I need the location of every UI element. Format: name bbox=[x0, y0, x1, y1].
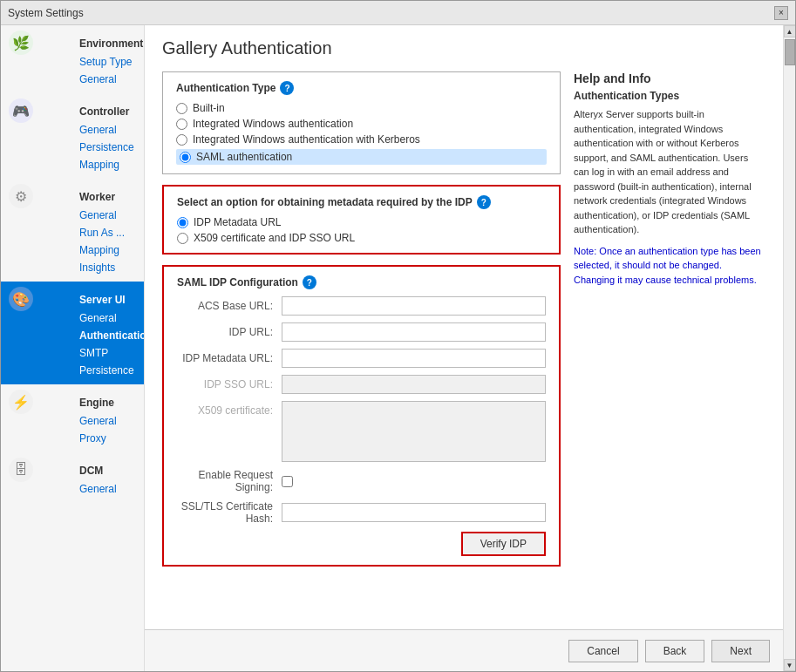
auth-type-radio-group: Built-in Integrated Windows authenticati… bbox=[176, 102, 547, 165]
controller-header: Controller bbox=[36, 98, 144, 121]
idp-sso-url-input bbox=[282, 375, 546, 394]
sidebar-item-serverui-persistence[interactable]: Persistence bbox=[36, 362, 145, 379]
sidebar-item-ctrl-persistence[interactable]: Persistence bbox=[36, 139, 144, 156]
main-form: Authentication Type ? Built-in Integrate… bbox=[162, 71, 561, 577]
sidebar-item-worker-runas[interactable]: Run As ... bbox=[36, 224, 144, 241]
idp-metadata-url-row: IDP Metadata URL: bbox=[177, 349, 546, 368]
dcm-header: DCM bbox=[36, 458, 144, 480]
auth-option-iwa-kerberos[interactable]: Integrated Windows authentication with K… bbox=[176, 133, 547, 146]
sidebar-item-worker-insights[interactable]: Insights bbox=[36, 259, 144, 276]
sidebar-item-worker-mapping[interactable]: Mapping bbox=[36, 241, 144, 259]
main-layout: 🌿 Environment Setup Type General 🎮 Contr… bbox=[1, 25, 795, 671]
enable-request-signing-checkbox[interactable] bbox=[282, 476, 293, 487]
idp-metadata-url-input[interactable] bbox=[282, 349, 546, 368]
idp-url-label: IDP URL: bbox=[177, 326, 282, 338]
worker-icon: ⚙ bbox=[1, 184, 36, 208]
help-note: Note: Once an authentication type has be… bbox=[574, 244, 765, 288]
ssl-cert-hash-input[interactable] bbox=[282, 503, 546, 522]
sidebar-item-serverui-authentication[interactable]: Authentication bbox=[36, 327, 145, 344]
scrollbar: ▲ ▼ bbox=[783, 25, 795, 671]
metadata-option-idp-url[interactable]: IDP Metadata URL bbox=[177, 216, 546, 228]
sidebar-item-engine-general[interactable]: General bbox=[36, 412, 144, 430]
metadata-title: Select an option for obtaining metadata … bbox=[177, 195, 546, 209]
page-title: Gallery Authentication bbox=[162, 38, 765, 58]
sidebar-item-env-general[interactable]: General bbox=[36, 71, 145, 88]
x509-cert-row: X509 certificate: bbox=[177, 401, 546, 462]
sidebar-section-environment: 🌿 Environment Setup Type General bbox=[1, 25, 144, 93]
sidebar-item-ctrl-mapping[interactable]: Mapping bbox=[36, 156, 144, 173]
saml-config-title: SAML IDP Configuration ? bbox=[177, 275, 546, 289]
sidebar-section-worker: ⚙ Worker General Run As ... Mapping Insi… bbox=[1, 179, 144, 282]
x509-cert-input bbox=[282, 401, 546, 462]
sidebar-item-setup-type[interactable]: Setup Type bbox=[36, 53, 145, 71]
idp-url-row: IDP URL: bbox=[177, 322, 546, 342]
enable-request-signing-label: Enable Request Signing: bbox=[177, 469, 282, 493]
metadata-radio-group: IDP Metadata URL X509 certificate and ID… bbox=[177, 216, 546, 244]
metadata-option-x509[interactable]: X509 certificate and IDP SSO URL bbox=[177, 232, 546, 244]
verify-idp-container: Verify IDP bbox=[177, 532, 546, 556]
enable-request-signing-row: Enable Request Signing: bbox=[177, 469, 546, 493]
saml-config-help-icon[interactable]: ? bbox=[303, 275, 316, 289]
metadata-help-icon[interactable]: ? bbox=[477, 195, 491, 209]
content-scroll: Gallery Authentication Authentication Ty… bbox=[145, 25, 783, 629]
auth-option-iwa[interactable]: Integrated Windows authentication bbox=[176, 118, 547, 130]
x509-cert-label: X509 certificate: bbox=[177, 401, 282, 417]
idp-url-input[interactable] bbox=[282, 322, 546, 342]
sidebar-section-controller: 🎮 Controller General Persistence Mapping bbox=[1, 93, 144, 179]
auth-type-help-icon[interactable]: ? bbox=[280, 81, 294, 95]
help-subtitle: Authentication Types bbox=[574, 90, 765, 102]
acs-base-url-input[interactable] bbox=[282, 296, 546, 316]
main-window: System Settings × 🌿 Environment Setup Ty… bbox=[0, 0, 796, 672]
idp-sso-url-row: IDP SSO URL: bbox=[177, 375, 546, 394]
window-title: System Settings bbox=[8, 7, 84, 19]
sidebar-section-engine: ⚡ Engine General Proxy bbox=[1, 384, 144, 452]
sidebar-section-dcm: 🗄 DCM General bbox=[1, 452, 144, 503]
scroll-up-arrow[interactable]: ▲ bbox=[784, 25, 796, 37]
verify-idp-button[interactable]: Verify IDP bbox=[461, 532, 546, 556]
controller-icon: 🎮 bbox=[1, 98, 36, 123]
help-body: Alteryx Server supports built-in authent… bbox=[574, 107, 765, 237]
help-panel: Help and Info Authentication Types Alter… bbox=[574, 71, 765, 577]
auth-option-builtin[interactable]: Built-in bbox=[176, 102, 547, 114]
next-button[interactable]: Next bbox=[711, 640, 770, 662]
saml-config-section: SAML IDP Configuration ? ACS Base URL: I… bbox=[162, 265, 561, 567]
serverui-header: Server UI bbox=[36, 287, 145, 309]
idp-metadata-url-label: IDP Metadata URL: bbox=[177, 352, 282, 364]
sidebar-item-worker-general[interactable]: General bbox=[36, 207, 144, 224]
serverui-icon: 🎨 bbox=[1, 287, 36, 311]
ssl-cert-hash-label: SSL/TLS Certificate Hash: bbox=[177, 500, 282, 525]
title-bar: System Settings × bbox=[1, 1, 795, 25]
sidebar-item-engine-proxy[interactable]: Proxy bbox=[36, 430, 144, 447]
idp-sso-url-label: IDP SSO URL: bbox=[177, 378, 282, 390]
sidebar-item-ctrl-general[interactable]: General bbox=[36, 121, 144, 139]
bottom-bar: Cancel Back Next bbox=[145, 629, 783, 671]
back-button[interactable]: Back bbox=[645, 640, 705, 662]
environment-header: Environment bbox=[36, 31, 145, 53]
close-button[interactable]: × bbox=[774, 6, 788, 20]
content-area: Gallery Authentication Authentication Ty… bbox=[145, 25, 783, 671]
engine-icon: ⚡ bbox=[1, 390, 36, 414]
sidebar-item-dcm-general[interactable]: General bbox=[36, 480, 144, 498]
scroll-thumb[interactable] bbox=[785, 39, 795, 65]
auth-type-section: Authentication Type ? Built-in Integrate… bbox=[162, 71, 561, 174]
top-content: Authentication Type ? Built-in Integrate… bbox=[162, 71, 765, 577]
ssl-cert-hash-row: SSL/TLS Certificate Hash: bbox=[177, 500, 546, 525]
cancel-button[interactable]: Cancel bbox=[568, 640, 637, 662]
sidebar-section-serverui: 🎨 Server UI General Authentication SMTP … bbox=[1, 282, 144, 384]
sidebar-item-serverui-general[interactable]: General bbox=[36, 309, 145, 327]
scroll-down-arrow[interactable]: ▼ bbox=[784, 659, 796, 671]
acs-base-url-row: ACS Base URL: bbox=[177, 296, 546, 316]
engine-header: Engine bbox=[36, 390, 144, 412]
acs-base-url-label: ACS Base URL: bbox=[177, 300, 282, 312]
auth-option-saml[interactable]: SAML authentication bbox=[176, 149, 547, 165]
environment-icon: 🌿 bbox=[1, 31, 36, 55]
sidebar: 🌿 Environment Setup Type General 🎮 Contr… bbox=[1, 25, 145, 671]
auth-type-title: Authentication Type ? bbox=[176, 81, 547, 95]
sidebar-item-serverui-smtp[interactable]: SMTP bbox=[36, 344, 145, 362]
help-title: Help and Info bbox=[574, 71, 765, 85]
dcm-icon: 🗄 bbox=[1, 458, 36, 482]
metadata-section: Select an option for obtaining metadata … bbox=[162, 185, 561, 255]
worker-header: Worker bbox=[36, 184, 144, 207]
